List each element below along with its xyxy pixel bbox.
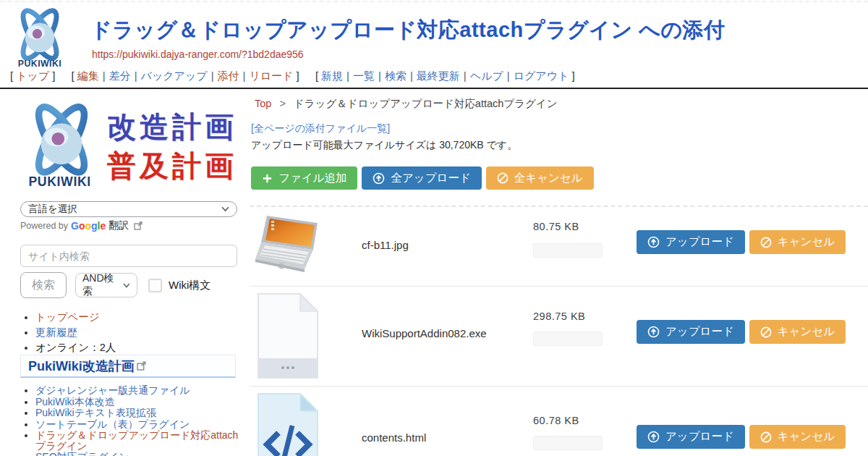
chevron-down-icon <box>123 283 130 288</box>
sidebar-site-logo[interactable]: PUKIWIKI 改造計画 普及計画 <box>19 98 240 191</box>
wiki-syntax-label: Wiki構文 <box>169 279 210 292</box>
list-item: トップページ <box>35 311 239 324</box>
file-size: 298.75 KB <box>533 311 585 322</box>
upload-all-button[interactable]: 全アップロード <box>362 166 481 190</box>
translate-link[interactable]: 翻訳 <box>109 219 129 232</box>
max-upload-size-text: アップロード可能最大ファイルサイズは 30,720KB です。 <box>251 139 517 152</box>
cancel-button[interactable]: キャンセル <box>749 230 846 254</box>
nav-link-logout[interactable]: ログアウト <box>514 69 569 82</box>
sidebar-link-text-ext[interactable]: PukiWikiテキスト表現拡張 <box>35 407 156 418</box>
nav-link-top[interactable]: トップ <box>16 69 49 82</box>
sidebar-link-sort-table[interactable]: ソートテーブル（表）プラグイン <box>35 418 190 430</box>
upload-progress-bar <box>533 332 603 346</box>
sidebar-logo-line1: 改造計画 <box>107 107 237 147</box>
search-mode-select[interactable]: AND検索 <box>75 273 137 297</box>
nav-link-recent[interactable]: 最終更新 <box>417 69 460 82</box>
nav-bracket: [ <box>315 69 318 82</box>
bulk-action-buttons: ファイル追加 全アップロード 全キャンセル <box>251 166 594 190</box>
list-item: ドラッグ＆ドロップアップロード対応attachプラグイン <box>35 430 239 451</box>
cancel-button[interactable]: キャンセル <box>749 425 846 449</box>
cancel-label: キャンセル <box>778 429 835 444</box>
sidebar-link-dnd-attach[interactable]: ドラッグ＆ドロップアップロード対応attachプラグイン <box>35 429 238 452</box>
file-drop-zone[interactable]: cf-b11.jpg 80.75 KB アップロード キャンセル <box>250 206 868 456</box>
file-row: contents.html 60.78 KB アップロード キャンセル <box>250 387 868 456</box>
sidebar-section-heading: PukiWiki改造計画 <box>20 355 236 378</box>
file-name: cf-b11.jpg <box>362 239 409 251</box>
page-url: https://pukiwiki.dajya-ranger.com/?1bd2d… <box>92 48 304 60</box>
list-item: ソートテーブル（表）プラグイン <box>35 419 239 430</box>
nav-link-reload[interactable]: リロード <box>249 69 293 82</box>
sidebar-link-top-page[interactable]: トップページ <box>35 311 100 323</box>
dropzone-top-dashed-border <box>0 1 868 2</box>
nav-separator: | <box>507 69 510 82</box>
file-row: cf-b11.jpg 80.75 KB アップロード キャンセル <box>250 207 868 287</box>
nav-separator: | <box>410 69 413 82</box>
generic-file-icon <box>255 291 320 381</box>
nav-group-2: [編集|差分|バックアップ|添付|リロード] <box>69 69 302 82</box>
site-search-input[interactable] <box>20 245 237 267</box>
cancel-button[interactable]: キャンセル <box>749 320 846 344</box>
search-button[interactable]: 検索 <box>20 272 67 298</box>
add-file-label: ファイル追加 <box>278 171 346 186</box>
sidebar-link-body-mod[interactable]: PukiWiki本体改造 <box>35 396 115 408</box>
cancel-circle-icon <box>497 172 509 184</box>
upload-circle-icon <box>373 172 385 185</box>
nav-link-list[interactable]: 一覧 <box>353 69 375 82</box>
file-row: WikiSupportAddin082.exe 298.75 KB アップロード… <box>250 287 868 387</box>
sidebar-plugin-links: ダジャレンジャー版共通ファイル PukiWiki本体改造 PukiWikiテキス… <box>20 385 239 456</box>
breadcrumb-separator: > <box>279 98 285 109</box>
nav-separator: | <box>243 69 246 82</box>
nav-group-1: [トップ] <box>7 69 58 82</box>
file-actions: アップロード キャンセル <box>637 230 846 254</box>
sidebar-link-update-history[interactable]: 更新履歴 <box>35 326 77 338</box>
nav-bracket: ] <box>571 69 574 82</box>
google-translate-attribution: Powered by Google 翻訳 <box>20 219 142 232</box>
laptop-photo-thumbnail <box>255 214 323 277</box>
external-link-icon <box>134 221 142 230</box>
language-select[interactable]: 言語を選択 <box>20 201 237 217</box>
upload-progress-bar <box>533 243 603 258</box>
nav-link-help[interactable]: ヘルプ <box>470 69 503 82</box>
search-mode-value: AND検索 <box>82 272 123 298</box>
nav-group-3: [新規|一覧|検索|最終更新|ヘルプ|ログアウト] <box>312 69 578 82</box>
nav-link-search[interactable]: 検索 <box>385 69 407 82</box>
list-item: ダジャレンジャー版共通ファイル <box>35 385 239 396</box>
upload-circle-icon <box>647 431 660 443</box>
file-name: contents.html <box>362 431 426 444</box>
nav-link-edit[interactable]: 編集 <box>77 69 99 82</box>
nav-link-backup[interactable]: バックアップ <box>141 69 208 82</box>
wiki-syntax-checkbox[interactable] <box>148 279 162 292</box>
pukiwiki-logo[interactable]: PUKIWIKI <box>6 6 74 69</box>
list-item: SEO対応プラグイン <box>35 452 239 456</box>
file-actions: アップロード キャンセル <box>637 425 846 449</box>
upload-circle-icon <box>647 326 660 338</box>
breadcrumb-current: ドラッグ＆ドロップアップロード対応attachプラグイン <box>294 98 558 109</box>
online-users-count: オンライン：2人 <box>35 342 116 353</box>
upload-button[interactable]: アップロード <box>637 320 745 344</box>
nav-link-new[interactable]: 新規 <box>321 69 343 82</box>
list-item: PukiWikiテキスト表現拡張 <box>35 408 239 418</box>
nav-link-diff[interactable]: 差分 <box>109 69 131 82</box>
nav-bracket: [ <box>10 69 13 82</box>
file-name: WikiSupportAddin082.exe <box>362 327 487 339</box>
file-size: 60.78 KB <box>533 415 579 426</box>
external-link-icon <box>137 361 146 371</box>
upload-progress-bar <box>533 436 603 450</box>
nav-separator: | <box>103 69 106 82</box>
cancel-all-button[interactable]: 全キャンセル <box>486 166 594 190</box>
nav-bracket: [ <box>72 69 75 82</box>
sidebar-link-seo-plugin[interactable]: SEO対応プラグイン <box>35 451 129 456</box>
breadcrumb-home-link[interactable]: Top <box>255 98 271 109</box>
all-pages-attach-list-link[interactable]: [全ページの添付ファイル一覧] <box>251 122 390 135</box>
nav-bracket: ] <box>52 69 55 82</box>
nav-separator: | <box>346 69 349 82</box>
upload-button[interactable]: アップロード <box>637 230 745 254</box>
add-file-button[interactable]: ファイル追加 <box>251 166 357 190</box>
google-logo: Google <box>71 220 106 232</box>
nav-link-attach[interactable]: 添付 <box>218 69 239 82</box>
atom-logo-icon: PUKIWIKI <box>6 6 74 69</box>
upload-button[interactable]: アップロード <box>637 425 745 449</box>
nav-separator: | <box>211 69 214 82</box>
pukiwiki-kaizou-link[interactable]: PukiWiki改造計画 <box>28 358 135 375</box>
sidebar-link-common-files[interactable]: ダジャレンジャー版共通ファイル <box>35 384 190 396</box>
